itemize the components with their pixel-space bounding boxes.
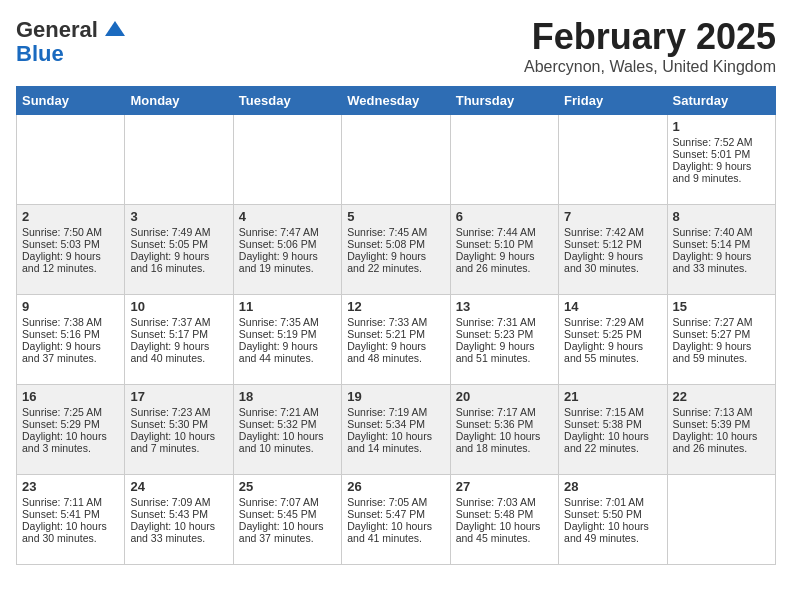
day-number: 9: [22, 299, 119, 314]
calendar-cell: [559, 115, 667, 205]
day-header-monday: Monday: [125, 87, 233, 115]
day-detail: Sunset: 5:12 PM: [564, 238, 661, 250]
calendar-cell: 22Sunrise: 7:13 AMSunset: 5:39 PMDayligh…: [667, 385, 775, 475]
calendar-week-row: 2Sunrise: 7:50 AMSunset: 5:03 PMDaylight…: [17, 205, 776, 295]
calendar-cell: 18Sunrise: 7:21 AMSunset: 5:32 PMDayligh…: [233, 385, 341, 475]
location-title: Abercynon, Wales, United Kingdom: [524, 58, 776, 76]
day-header-thursday: Thursday: [450, 87, 558, 115]
calendar-cell: 5Sunrise: 7:45 AMSunset: 5:08 PMDaylight…: [342, 205, 450, 295]
day-detail: Daylight: 9 hours and 59 minutes.: [673, 340, 770, 364]
day-detail: Sunrise: 7:37 AM: [130, 316, 227, 328]
day-detail: Sunset: 5:39 PM: [673, 418, 770, 430]
day-detail: Daylight: 9 hours and 19 minutes.: [239, 250, 336, 274]
day-detail: Sunset: 5:30 PM: [130, 418, 227, 430]
title-area: February 2025 Abercynon, Wales, United K…: [524, 16, 776, 76]
day-detail: Daylight: 10 hours and 26 minutes.: [673, 430, 770, 454]
day-detail: Daylight: 10 hours and 45 minutes.: [456, 520, 553, 544]
day-header-tuesday: Tuesday: [233, 87, 341, 115]
day-number: 15: [673, 299, 770, 314]
day-number: 8: [673, 209, 770, 224]
day-detail: Sunrise: 7:05 AM: [347, 496, 444, 508]
day-detail: Sunrise: 7:19 AM: [347, 406, 444, 418]
day-detail: Sunrise: 7:44 AM: [456, 226, 553, 238]
day-detail: Sunset: 5:43 PM: [130, 508, 227, 520]
calendar-cell: 28Sunrise: 7:01 AMSunset: 5:50 PMDayligh…: [559, 475, 667, 565]
day-detail: Daylight: 9 hours and 16 minutes.: [130, 250, 227, 274]
calendar-cell: 26Sunrise: 7:05 AMSunset: 5:47 PMDayligh…: [342, 475, 450, 565]
calendar-cell: [125, 115, 233, 205]
day-detail: Sunset: 5:25 PM: [564, 328, 661, 340]
calendar-cell: 1Sunrise: 7:52 AMSunset: 5:01 PMDaylight…: [667, 115, 775, 205]
day-detail: Sunrise: 7:01 AM: [564, 496, 661, 508]
day-number: 22: [673, 389, 770, 404]
day-detail: Daylight: 9 hours and 9 minutes.: [673, 160, 770, 184]
calendar-cell: 6Sunrise: 7:44 AMSunset: 5:10 PMDaylight…: [450, 205, 558, 295]
calendar-cell: [233, 115, 341, 205]
day-number: 21: [564, 389, 661, 404]
day-detail: Sunrise: 7:33 AM: [347, 316, 444, 328]
day-detail: Daylight: 9 hours and 55 minutes.: [564, 340, 661, 364]
day-number: 2: [22, 209, 119, 224]
day-detail: Sunrise: 7:09 AM: [130, 496, 227, 508]
day-number: 11: [239, 299, 336, 314]
day-number: 1: [673, 119, 770, 134]
calendar-cell: 13Sunrise: 7:31 AMSunset: 5:23 PMDayligh…: [450, 295, 558, 385]
day-number: 14: [564, 299, 661, 314]
day-header-wednesday: Wednesday: [342, 87, 450, 115]
day-detail: Sunrise: 7:52 AM: [673, 136, 770, 148]
day-number: 25: [239, 479, 336, 494]
day-number: 20: [456, 389, 553, 404]
day-number: 16: [22, 389, 119, 404]
calendar-cell: [342, 115, 450, 205]
day-detail: Daylight: 9 hours and 33 minutes.: [673, 250, 770, 274]
day-detail: Sunset: 5:16 PM: [22, 328, 119, 340]
day-detail: Daylight: 9 hours and 12 minutes.: [22, 250, 119, 274]
calendar-cell: 9Sunrise: 7:38 AMSunset: 5:16 PMDaylight…: [17, 295, 125, 385]
svg-marker-0: [105, 21, 125, 36]
day-detail: Sunrise: 7:50 AM: [22, 226, 119, 238]
day-detail: Sunset: 5:08 PM: [347, 238, 444, 250]
calendar-cell: 12Sunrise: 7:33 AMSunset: 5:21 PMDayligh…: [342, 295, 450, 385]
day-detail: Daylight: 10 hours and 18 minutes.: [456, 430, 553, 454]
day-number: 13: [456, 299, 553, 314]
calendar-cell: 17Sunrise: 7:23 AMSunset: 5:30 PMDayligh…: [125, 385, 233, 475]
day-detail: Sunset: 5:27 PM: [673, 328, 770, 340]
day-detail: Sunset: 5:05 PM: [130, 238, 227, 250]
calendar-cell: 25Sunrise: 7:07 AMSunset: 5:45 PMDayligh…: [233, 475, 341, 565]
logo-blue: Blue: [16, 41, 64, 66]
day-detail: Sunrise: 7:15 AM: [564, 406, 661, 418]
day-detail: Sunrise: 7:45 AM: [347, 226, 444, 238]
day-number: 26: [347, 479, 444, 494]
day-detail: Sunset: 5:34 PM: [347, 418, 444, 430]
day-detail: Sunrise: 7:21 AM: [239, 406, 336, 418]
calendar-cell: [17, 115, 125, 205]
day-number: 17: [130, 389, 227, 404]
day-detail: Sunset: 5:23 PM: [456, 328, 553, 340]
day-number: 23: [22, 479, 119, 494]
day-number: 10: [130, 299, 227, 314]
calendar-cell: 15Sunrise: 7:27 AMSunset: 5:27 PMDayligh…: [667, 295, 775, 385]
day-detail: Daylight: 9 hours and 48 minutes.: [347, 340, 444, 364]
day-detail: Sunrise: 7:11 AM: [22, 496, 119, 508]
day-detail: Daylight: 9 hours and 30 minutes.: [564, 250, 661, 274]
day-number: 19: [347, 389, 444, 404]
header-row: SundayMondayTuesdayWednesdayThursdayFrid…: [17, 87, 776, 115]
calendar-cell: 11Sunrise: 7:35 AMSunset: 5:19 PMDayligh…: [233, 295, 341, 385]
calendar-cell: 4Sunrise: 7:47 AMSunset: 5:06 PMDaylight…: [233, 205, 341, 295]
calendar-cell: 14Sunrise: 7:29 AMSunset: 5:25 PMDayligh…: [559, 295, 667, 385]
calendar-cell: 24Sunrise: 7:09 AMSunset: 5:43 PMDayligh…: [125, 475, 233, 565]
day-number: 18: [239, 389, 336, 404]
day-detail: Daylight: 9 hours and 51 minutes.: [456, 340, 553, 364]
calendar-cell: 3Sunrise: 7:49 AMSunset: 5:05 PMDaylight…: [125, 205, 233, 295]
day-detail: Sunset: 5:19 PM: [239, 328, 336, 340]
day-number: 4: [239, 209, 336, 224]
day-number: 5: [347, 209, 444, 224]
day-detail: Daylight: 9 hours and 26 minutes.: [456, 250, 553, 274]
day-number: 28: [564, 479, 661, 494]
calendar-week-row: 16Sunrise: 7:25 AMSunset: 5:29 PMDayligh…: [17, 385, 776, 475]
day-detail: Daylight: 10 hours and 22 minutes.: [564, 430, 661, 454]
day-detail: Sunrise: 7:03 AM: [456, 496, 553, 508]
day-detail: Sunrise: 7:42 AM: [564, 226, 661, 238]
day-detail: Sunset: 5:03 PM: [22, 238, 119, 250]
day-detail: Daylight: 10 hours and 10 minutes.: [239, 430, 336, 454]
